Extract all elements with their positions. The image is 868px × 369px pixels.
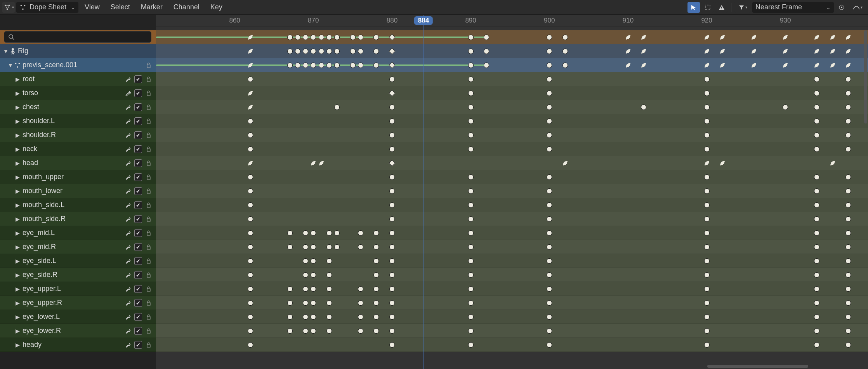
keyframe[interactable]	[484, 49, 489, 54]
keyframe[interactable]	[640, 61, 648, 69]
keyframe[interactable]	[389, 342, 395, 348]
keyframe[interactable]	[248, 342, 253, 348]
wrench-icon[interactable]	[123, 299, 132, 307]
keyframe[interactable]	[295, 63, 300, 68]
keyframe[interactable]	[704, 202, 710, 208]
keyframe[interactable]	[641, 104, 646, 110]
keyframe[interactable]	[287, 230, 293, 236]
disclosure-icon[interactable]: ▶	[14, 146, 21, 152]
keyframe[interactable]	[468, 342, 474, 348]
lock-icon[interactable]	[144, 201, 153, 209]
disclosure-icon[interactable]: ▶	[14, 230, 21, 236]
keyframe[interactable]	[468, 35, 474, 40]
mode-select[interactable]: Dope Sheet ⌄	[16, 2, 78, 13]
keyframe[interactable]	[319, 63, 324, 68]
keyframe[interactable]	[640, 33, 648, 41]
channel-row[interactable]: ▶eye_mid.L	[0, 226, 156, 240]
keyframe[interactable]	[704, 342, 710, 348]
channel-row[interactable]: ▶eye_side.L	[0, 254, 156, 268]
disclosure-icon[interactable]: ▶	[14, 202, 21, 208]
disclosure-icon[interactable]: ▶	[14, 258, 21, 264]
keyframe[interactable]	[358, 314, 363, 320]
keyframe[interactable]	[750, 47, 758, 55]
keyframe[interactable]	[561, 159, 569, 167]
keyframe[interactable]	[303, 63, 308, 68]
keyframe[interactable]	[547, 146, 552, 152]
mute-checkbox[interactable]	[134, 201, 142, 209]
channel-row[interactable]: ▶root	[0, 72, 156, 86]
keyframe[interactable]	[781, 61, 789, 69]
keyframe[interactable]	[358, 286, 363, 292]
keyframe[interactable]	[311, 286, 316, 292]
keyframe[interactable]	[389, 328, 395, 334]
keyframe[interactable]	[326, 49, 332, 54]
show-errors-button[interactable]	[715, 2, 728, 13]
keyframe[interactable]	[318, 159, 325, 167]
keyframe[interactable]	[562, 49, 568, 54]
keyframe[interactable]	[547, 174, 552, 180]
keyframe[interactable]	[814, 342, 819, 348]
keyframe[interactable]	[704, 314, 710, 320]
keyframe[interactable]	[719, 47, 726, 55]
keyframe[interactable]	[389, 118, 395, 124]
keyframe[interactable]	[311, 300, 316, 306]
mute-checkbox[interactable]	[134, 313, 142, 321]
keyframe[interactable]	[845, 244, 851, 250]
keyframe[interactable]	[845, 258, 851, 264]
keyframe[interactable]	[468, 146, 474, 152]
keyframe[interactable]	[814, 91, 819, 96]
disclosure-icon[interactable]: ▶	[14, 286, 21, 292]
disclosure-icon[interactable]: ▶	[14, 104, 21, 110]
keyframe[interactable]	[704, 132, 710, 138]
menu-channel[interactable]: Channel	[169, 3, 204, 11]
keyframe[interactable]	[704, 244, 710, 250]
keyframe[interactable]	[814, 244, 819, 250]
keyframe[interactable]	[248, 216, 253, 222]
keyframe[interactable]	[719, 159, 726, 167]
keyframe[interactable]	[358, 63, 363, 68]
lock-icon[interactable]	[144, 61, 153, 70]
keyframe[interactable]	[303, 49, 308, 54]
keyframe-track[interactable]	[156, 30, 868, 44]
disclosure-icon[interactable]: ▶	[14, 76, 21, 82]
keyframe[interactable]	[640, 47, 648, 55]
keyframe[interactable]	[309, 159, 317, 167]
keyframe[interactable]	[783, 104, 788, 110]
mute-checkbox[interactable]	[134, 271, 142, 279]
keyframe[interactable]	[468, 286, 474, 292]
keyframe[interactable]	[248, 188, 253, 194]
channel-row[interactable]: ▶torso	[0, 86, 156, 100]
wrench-icon[interactable]	[123, 159, 132, 167]
keyframe[interactable]	[350, 49, 356, 54]
mute-checkbox[interactable]	[134, 75, 142, 83]
keyframe[interactable]	[845, 174, 851, 180]
wrench-icon[interactable]	[123, 173, 132, 181]
keyframe[interactable]	[484, 63, 489, 68]
keyframe[interactable]	[373, 244, 379, 250]
keyframe-track[interactable]	[156, 170, 868, 184]
channel-row[interactable]: ▶chest	[0, 100, 156, 114]
keyframe[interactable]	[373, 49, 379, 54]
keyframe-track[interactable]	[156, 100, 868, 114]
keyframe[interactable]	[389, 132, 395, 138]
keyframe[interactable]	[468, 216, 474, 222]
lock-icon[interactable]	[144, 285, 153, 293]
disclosure-icon[interactable]: ▶	[14, 132, 21, 138]
keyframe[interactable]	[287, 244, 293, 250]
keyframe[interactable]	[248, 272, 253, 278]
lock-icon[interactable]	[144, 145, 153, 153]
keyframe[interactable]	[704, 77, 710, 82]
keyframe[interactable]	[468, 202, 474, 208]
keyframe[interactable]	[704, 174, 710, 180]
keyframe[interactable]	[547, 77, 552, 82]
keyframe[interactable]	[547, 286, 552, 292]
keyframe[interactable]	[468, 118, 474, 124]
row-rig[interactable]: ▼ Rig	[0, 44, 156, 58]
keyframe[interactable]	[845, 300, 851, 306]
keyframe[interactable]	[845, 202, 851, 208]
keyframe[interactable]	[389, 48, 395, 54]
keyframe[interactable]	[547, 244, 552, 250]
channel-row[interactable]: ▶head	[0, 156, 156, 170]
keyframe[interactable]	[358, 300, 363, 306]
keyframe[interactable]	[484, 35, 489, 40]
